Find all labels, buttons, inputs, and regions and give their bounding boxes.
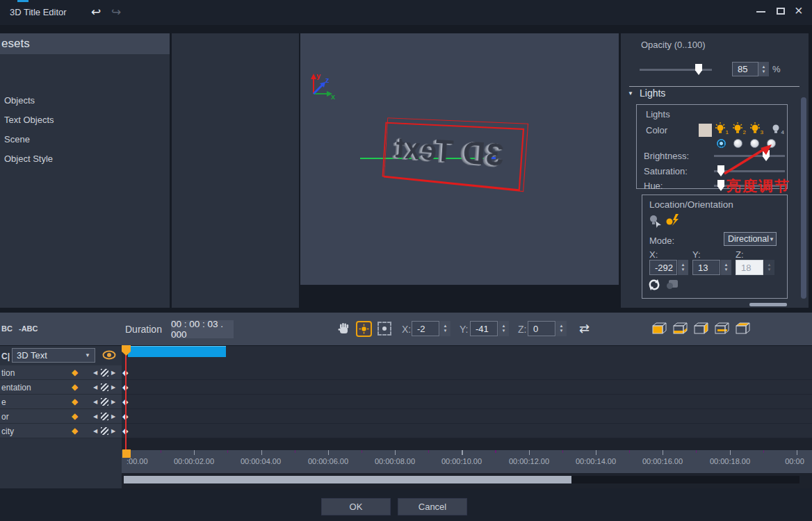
light-4-radio[interactable] xyxy=(767,139,776,148)
undo-icon[interactable]: ↩ xyxy=(91,5,101,19)
timeline-scrollbar-thumb[interactable] xyxy=(124,476,571,483)
location-z-spinner[interactable]: ▲▼ xyxy=(764,260,774,275)
next-keyframe-icon[interactable]: ▶ xyxy=(111,413,115,420)
coord-z-field[interactable]: 0 xyxy=(528,321,555,336)
clip-duration-bar[interactable] xyxy=(128,346,226,357)
coord-y-spinner[interactable]: ▲▼ xyxy=(498,321,509,336)
hue-slider-thumb[interactable] xyxy=(717,180,724,191)
brightness-slider-thumb[interactable] xyxy=(763,150,770,161)
track-dropdown-value: 3D Text xyxy=(17,350,47,361)
face-back-bottom-button[interactable] xyxy=(713,322,729,335)
select-light-icon[interactable] xyxy=(647,213,663,229)
sidebar-item-scene[interactable]: Scene xyxy=(4,134,30,144)
lights-section-title[interactable]: Lights xyxy=(640,88,665,99)
window-title: 3D Title Editor xyxy=(10,7,67,17)
visibility-eye-icon[interactable] xyxy=(102,350,116,360)
timeline-scrollbar-track[interactable] xyxy=(124,476,799,483)
location-y-field[interactable]: 13 xyxy=(692,260,720,275)
next-keyframe-icon[interactable]: ▶ xyxy=(111,370,115,376)
swap-axes-icon[interactable]: ⇄ xyxy=(579,321,590,336)
prev-keyframe-icon[interactable]: ◀ xyxy=(93,370,97,376)
horizontal-scrollbar[interactable] xyxy=(749,303,787,306)
vertical-scrollbar[interactable] xyxy=(801,97,806,299)
add-keyframe-icon[interactable]: ◆ xyxy=(72,367,78,377)
next-keyframe-icon[interactable]: ▶ xyxy=(111,428,115,434)
face-front-button[interactable] xyxy=(650,322,667,335)
coord-z-spinner[interactable]: ▲▼ xyxy=(556,321,567,336)
duration-value-field[interactable]: 00 : 00 : 03 . 000 xyxy=(171,320,234,338)
prev-keyframe-icon[interactable]: ◀ xyxy=(93,384,97,390)
coord-y-field[interactable]: -41 xyxy=(470,321,498,336)
prev-keyframe-icon[interactable]: ◀ xyxy=(93,399,97,405)
prev-keyframe-icon[interactable]: ◀ xyxy=(93,413,97,420)
light-3-radio[interactable] xyxy=(750,139,759,148)
saturation-slider-thumb[interactable] xyxy=(717,165,724,176)
brightness-slider[interactable] xyxy=(714,155,785,157)
axis-gizmo-icon: y z x xyxy=(308,72,339,99)
ruler-label: 00:00 xyxy=(785,457,804,465)
close-button[interactable]: × xyxy=(795,3,803,19)
sidebar-item-text-objects[interactable]: Text Objects xyxy=(4,115,54,125)
maximize-button[interactable] xyxy=(777,8,785,15)
coord-x-field[interactable]: -2 xyxy=(412,321,439,336)
saturation-slider[interactable] xyxy=(714,170,785,172)
keyframe-options-icon[interactable] xyxy=(101,369,108,377)
lights-collapse-icon[interactable]: ▼ xyxy=(628,90,633,97)
ok-button[interactable]: OK xyxy=(321,498,391,515)
prev-keyframe-icon[interactable]: ◀ xyxy=(93,428,97,434)
cancel-button[interactable]: Cancel xyxy=(398,498,467,515)
light-3-bulb-icon[interactable]: 3 xyxy=(749,122,761,135)
scale-tool-button[interactable] xyxy=(377,322,391,336)
opacity-value-field[interactable]: 85 xyxy=(732,62,758,76)
time-ruler[interactable]: :00.00 00:00:02.00 00:00:04.00 00:00:06.… xyxy=(122,450,812,473)
light-color-swatch[interactable] xyxy=(699,124,712,137)
add-keyframe-icon[interactable]: ◆ xyxy=(72,411,78,421)
face-side-button[interactable] xyxy=(692,322,708,335)
add-keyframe-icon[interactable]: ◆ xyxy=(72,426,78,436)
selection-wireframe[interactable]: 3D Text xyxy=(382,122,525,191)
preview-canvas[interactable]: y z x 3D Text ● ↻ ◀ ◀ ▶ ▶ ▶ xyxy=(300,33,619,285)
reset-rotation-icon[interactable] xyxy=(648,279,660,291)
face-top-button[interactable] xyxy=(733,322,750,335)
light-4-bulb-icon[interactable]: 4 xyxy=(770,122,781,135)
keyframe-options-icon[interactable] xyxy=(101,383,108,391)
mode-dropdown[interactable]: Directional ▼ xyxy=(724,232,777,246)
track-dropdown[interactable]: 3D Text ▼ xyxy=(12,348,95,363)
minimize-button[interactable] xyxy=(756,11,765,13)
next-keyframe-icon[interactable]: ▶ xyxy=(111,384,115,390)
location-z-field[interactable]: 18 xyxy=(736,260,763,275)
add-keyframe-icon[interactable]: ◆ xyxy=(72,397,78,406)
location-x-field[interactable]: -292 xyxy=(649,260,677,275)
light-1-radio[interactable] xyxy=(717,139,726,148)
opacity-slider-thumb[interactable] xyxy=(695,64,702,75)
ruler-label: 00:00:10.00 xyxy=(441,457,482,465)
location-x-spinner[interactable]: ▲▼ xyxy=(678,260,688,275)
presets-header[interactable]: esets xyxy=(0,33,170,54)
pan-hand-icon[interactable] xyxy=(338,322,350,336)
keyframe-options-icon[interactable] xyxy=(101,413,108,420)
coord-x-spinner[interactable]: ▲▼ xyxy=(440,321,450,336)
keyframe-options-icon[interactable] xyxy=(101,398,108,406)
sidebar-item-objects[interactable]: Objects xyxy=(4,95,35,106)
playhead-ruler-handle[interactable] xyxy=(122,449,131,458)
location-orientation-title: Location/Orientation xyxy=(649,199,733,210)
face-bottom-button[interactable] xyxy=(671,322,688,335)
light-motion-icon[interactable] xyxy=(665,214,681,226)
light-1-bulb-icon[interactable]: 1 xyxy=(715,122,726,135)
row-opacity: city ◆ ◀ ▶ xyxy=(0,424,122,438)
opacity-slider[interactable] xyxy=(640,69,712,71)
apply-to-object-icon[interactable] xyxy=(666,279,679,290)
light-bulbs-row: 1 2 3 4 xyxy=(715,122,781,135)
sidebar-item-object-style[interactable]: Object Style xyxy=(4,154,53,164)
location-y-spinner[interactable]: ▲▼ xyxy=(721,260,731,275)
next-keyframe-icon[interactable]: ▶ xyxy=(111,399,115,405)
keyframe-options-icon[interactable] xyxy=(101,427,108,435)
light-2-bulb-icon[interactable]: 2 xyxy=(732,122,743,135)
light-2-radio[interactable] xyxy=(733,139,742,148)
redo-icon[interactable]: ↪ xyxy=(111,5,121,19)
presets-panel: esets Objects Text Objects Scene Object … xyxy=(0,33,170,308)
keyframe-track-area[interactable]: ◆ ◆ ◆ ◆ ◆ xyxy=(122,346,812,438)
opacity-spinner[interactable]: ▲▼ xyxy=(758,62,769,76)
rotate-tool-button-active[interactable] xyxy=(356,321,372,337)
add-keyframe-icon[interactable]: ◆ xyxy=(72,382,78,392)
